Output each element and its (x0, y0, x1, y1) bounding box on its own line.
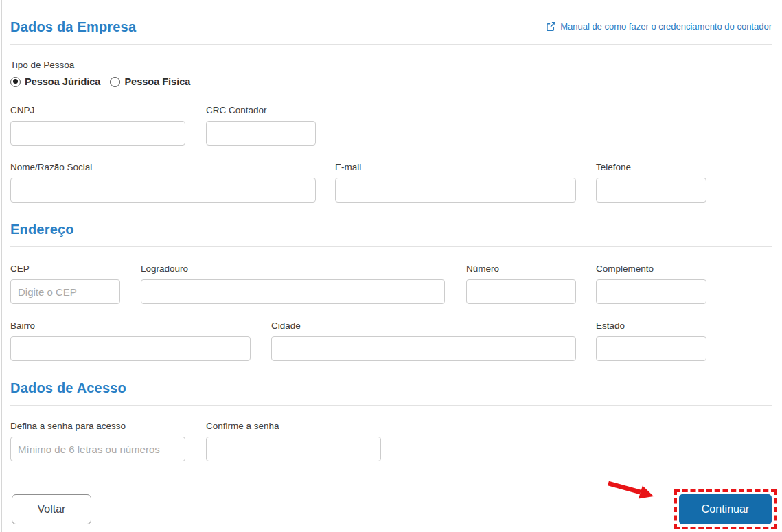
radio-pessoa-fisica[interactable]: Pessoa Física (110, 76, 190, 87)
credenciamento-form: Dados da Empresa Manual de como fazer o … (0, 0, 782, 529)
confirmar-senha-input[interactable] (206, 437, 381, 461)
email-input[interactable] (335, 178, 576, 203)
radio-pessoa-juridica-label: Pessoa Júridica (25, 76, 100, 87)
telefone-input[interactable] (596, 178, 706, 203)
cep-input[interactable] (10, 279, 120, 304)
voltar-button[interactable]: Voltar (12, 494, 91, 524)
cnpj-input[interactable] (10, 121, 185, 146)
complemento-input[interactable] (596, 279, 706, 304)
cep-label: CEP (10, 264, 120, 274)
nome-razao-social-input[interactable] (10, 178, 316, 203)
radio-pessoa-juridica[interactable]: Pessoa Júridica (10, 76, 100, 87)
senha-label: Defina a senha para acesso (10, 421, 185, 431)
complemento-label: Complemento (596, 264, 706, 274)
cidade-input[interactable] (271, 336, 576, 361)
logradouro-label: Logradouro (141, 264, 445, 274)
nome-razao-social-label: Nome/Razão Social (10, 162, 316, 172)
numero-label: Número (466, 264, 576, 274)
numero-input[interactable] (466, 279, 576, 304)
continuar-button[interactable]: Continuar (679, 494, 772, 524)
section-title-dados-de-acesso: Dados de Acesso (10, 380, 772, 396)
radio-pessoa-fisica-label: Pessoa Física (124, 76, 190, 87)
section-title-endereco: Endereço (10, 222, 772, 238)
external-link-icon (546, 21, 556, 32)
telefone-label: Telefone (596, 162, 706, 172)
section-divider (10, 44, 772, 45)
tipo-de-pessoa-label: Tipo de Pessoa (10, 60, 772, 70)
annotation-arrow (606, 481, 658, 505)
section-title-dados-da-empresa: Dados da Empresa (10, 19, 136, 35)
estado-input[interactable] (596, 336, 706, 361)
tipo-de-pessoa-radio-group: Pessoa Júridica Pessoa Física (10, 76, 772, 87)
manual-credenciamento-link[interactable]: Manual de como fazer o credenciamento do… (546, 21, 772, 32)
radio-pessoa-juridica-circle[interactable] (10, 77, 21, 87)
logradouro-input[interactable] (141, 279, 445, 304)
email-label: E-mail (335, 162, 576, 172)
estado-label: Estado (596, 321, 706, 331)
cidade-label: Cidade (271, 321, 576, 331)
manual-link-label: Manual de como fazer o credenciamento do… (560, 21, 772, 32)
crc-contador-input[interactable] (206, 121, 316, 146)
annotation-highlight-box: Continuar (674, 489, 777, 529)
section-divider (10, 405, 772, 406)
section-divider (10, 246, 772, 247)
cnpj-label: CNPJ (10, 105, 185, 115)
senha-input[interactable] (10, 437, 185, 461)
confirmar-senha-label: Confirme a senha (206, 421, 381, 431)
radio-pessoa-fisica-circle[interactable] (110, 77, 120, 87)
bairro-label: Bairro (10, 321, 251, 331)
crc-contador-label: CRC Contador (206, 105, 316, 115)
bairro-input[interactable] (10, 336, 251, 361)
